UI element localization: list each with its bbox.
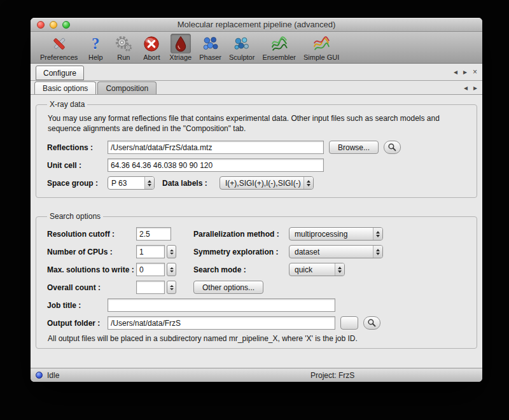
toolbar-label: Abort <box>143 53 160 61</box>
tab-configure[interactable]: Configure <box>36 66 84 80</box>
toolbar-button-preferences[interactable]: Preferences <box>37 33 81 62</box>
toolbar-button-simple-gui[interactable]: Simple GUI <box>300 33 342 62</box>
cpus-stepper[interactable] <box>167 245 176 258</box>
tab-composition[interactable]: Composition <box>97 81 157 94</box>
magnifier-icon <box>387 143 397 152</box>
abort-icon <box>141 34 162 53</box>
scroll-left-icon[interactable]: ◂ <box>454 67 457 76</box>
other-options-button[interactable]: Other options... <box>193 281 263 294</box>
output-note: All output files will be placed in a sub… <box>48 334 470 343</box>
space-group-label: Space group : <box>47 179 108 188</box>
toolbar-label: Sculptor <box>229 53 254 61</box>
max-solutions-input[interactable] <box>136 263 165 276</box>
output-folder-label: Output folder : <box>47 319 108 328</box>
symmetry-exploration-value: dataset <box>295 248 319 256</box>
xray-data-group: X-ray data You may use any format reflec… <box>36 100 477 198</box>
job-title-row: Job title : <box>47 298 470 312</box>
toolbar-button-run[interactable]: Run <box>110 33 137 62</box>
close-window-button[interactable] <box>37 21 45 29</box>
project-label: Project: FrzS <box>310 371 354 380</box>
overall-count-row: Overall count : Other options... <box>47 281 470 294</box>
parallelization-method-value: multiprocessing <box>295 230 347 239</box>
desktop-background: Molecular replacement pipeline (advanced… <box>0 0 509 420</box>
scroll-right-icon[interactable]: ▸ <box>463 67 467 76</box>
magnifier-icon <box>367 318 377 328</box>
reflections-label: Reflections : <box>47 143 108 152</box>
popup-arrows-icon <box>335 263 344 276</box>
symmetry-exploration-select[interactable]: dataset <box>289 245 383 258</box>
space-group-row: Space group : P 63 Data labels : I(+),SI… <box>47 176 470 190</box>
notebook-tab-bar: Basic options Composition ◂ ▸ <box>31 81 482 95</box>
popup-arrows-icon <box>373 246 382 258</box>
xtriage-drop-icon <box>171 34 191 53</box>
toolbar: Preferences ? Help Run <box>31 32 482 64</box>
window-title: Molecular replacement pipeline (advanced… <box>178 20 336 29</box>
toolbar-label: Xtriage <box>169 53 192 61</box>
status-indicator-icon <box>36 372 43 379</box>
data-labels-select[interactable]: I(+),SIGI(+),I(-),SIGI(-) <box>220 176 314 190</box>
status-bar: Idle Project: FrzS <box>31 368 482 382</box>
output-folder-search-button[interactable] <box>363 316 380 330</box>
toolbar-label: Run <box>117 53 130 61</box>
simple-gui-ribbon-icon <box>311 34 331 53</box>
app-window: Molecular replacement pipeline (advanced… <box>31 18 482 382</box>
search-mode-label: Search mode : <box>193 265 289 274</box>
pane-tab-bar: Configure ◂ ▸ × <box>31 64 482 81</box>
max-solutions-stepper[interactable] <box>167 263 176 276</box>
job-title-input[interactable] <box>108 298 335 312</box>
tab-basic-options[interactable]: Basic options <box>34 81 96 94</box>
phaser-molecule-icon <box>200 34 221 53</box>
number-of-cpus-input[interactable] <box>136 245 165 258</box>
unit-cell-input[interactable] <box>108 158 324 172</box>
toolbar-button-xtriage[interactable]: Xtriage <box>166 33 195 62</box>
overall-count-label: Overall count : <box>47 283 136 292</box>
search-mode-value: quick <box>295 265 312 274</box>
search-options-group: Search options Resolution cutoff : Paral… <box>36 212 477 349</box>
toolbar-button-help[interactable]: ? Help <box>82 33 109 62</box>
overall-count-stepper[interactable] <box>167 281 176 294</box>
help-icon: ? <box>85 34 106 53</box>
tabs-scroll-right-icon[interactable]: ▸ <box>473 83 477 92</box>
resolution-cutoff-input[interactable] <box>136 227 171 241</box>
status-text: Idle <box>47 371 59 380</box>
xray-data-group-title: X-ray data <box>47 100 87 109</box>
symmetry-exploration-label: Symmetry exploration : <box>193 248 289 256</box>
resolution-cutoff-label: Resolution cutoff : <box>47 230 136 239</box>
output-folder-browse-button[interactable] <box>340 316 358 330</box>
parallelization-method-label: Parallelization method : <box>193 230 289 239</box>
toolbar-button-ensembler[interactable]: Ensembler <box>259 33 299 62</box>
titlebar[interactable]: Molecular replacement pipeline (advanced… <box>31 18 482 32</box>
toolbar-label: Ensembler <box>262 53 296 61</box>
output-folder-row: Output folder : <box>47 316 470 330</box>
tabs-scroll-left-icon[interactable]: ◂ <box>464 83 468 92</box>
toolbar-label: Phaser <box>199 53 221 61</box>
toolbar-button-sculptor[interactable]: Sculptor <box>226 33 258 62</box>
preferences-icon <box>49 34 69 53</box>
reflections-input[interactable] <box>108 141 324 154</box>
toolbar-button-phaser[interactable]: Phaser <box>196 33 225 62</box>
number-of-cpus-label: Number of CPUs : <box>47 248 136 256</box>
toolbar-label: Preferences <box>40 53 78 61</box>
parallelization-method-select[interactable]: multiprocessing <box>289 227 383 241</box>
xray-description: You may use any format reflections file … <box>48 113 466 134</box>
combo-arrows-icon <box>144 177 154 189</box>
popup-arrows-icon <box>303 177 313 189</box>
search-options-group-title: Search options <box>47 212 103 221</box>
job-title-label: Job title : <box>47 301 108 310</box>
search-mode-select[interactable]: quick <box>289 263 345 276</box>
popup-arrows-icon <box>373 228 382 240</box>
close-pane-icon[interactable]: × <box>473 67 477 76</box>
toolbar-label: Simple GUI <box>303 53 339 61</box>
resolution-row: Resolution cutoff : Parallelization meth… <box>47 227 470 241</box>
reflections-browse-button[interactable]: Browse... <box>329 141 379 154</box>
reflections-search-button[interactable] <box>384 141 401 154</box>
max-solutions-label: Max. solutions to write : <box>47 265 136 274</box>
space-group-combo[interactable]: P 63 <box>108 176 155 190</box>
reflections-row: Reflections : Browse... <box>47 141 470 154</box>
overall-count-input[interactable] <box>136 281 165 294</box>
minimize-window-button[interactable] <box>50 21 57 29</box>
space-group-value: P 63 <box>111 179 127 188</box>
zoom-window-button[interactable] <box>62 21 70 29</box>
output-folder-input[interactable] <box>108 316 335 330</box>
toolbar-button-abort[interactable]: Abort <box>138 33 165 62</box>
